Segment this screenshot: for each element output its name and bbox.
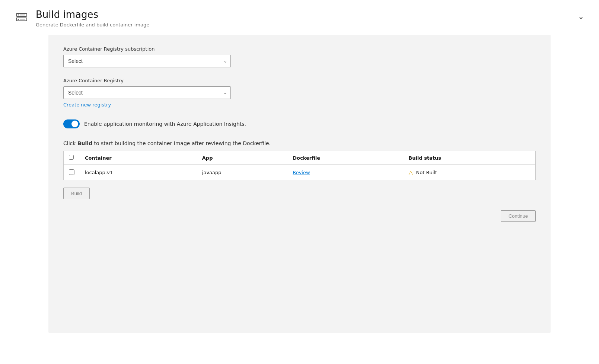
header-text: Build images Generate Dockerfile and bui… — [36, 9, 149, 28]
action-row: Build — [63, 188, 536, 199]
warning-icon: △ — [408, 169, 413, 176]
status-text: Not Built — [416, 170, 437, 175]
registry-section: Azure Container Registry Select ⌄ Create… — [63, 78, 536, 108]
row-checkbox[interactable] — [69, 169, 74, 175]
continue-button[interactable]: Continue — [501, 210, 536, 222]
table-header-container: Container — [80, 151, 197, 165]
row-app: javaapp — [197, 165, 287, 180]
registry-label: Azure Container Registry — [63, 78, 536, 83]
subscription-select[interactable]: Select — [63, 55, 231, 67]
toggle-section: Enable application monitoring with Azure… — [63, 119, 536, 128]
page-subtitle: Generate Dockerfile and build container … — [36, 22, 149, 28]
table-header-app: App — [197, 151, 287, 165]
row-container: localapp:v1 — [80, 165, 197, 180]
app-insights-toggle[interactable] — [63, 119, 80, 128]
build-table: Container App Dockerfile Build status lo… — [63, 151, 536, 180]
svg-rect-5 — [20, 19, 25, 20]
collapse-button[interactable]: ⌄ — [578, 12, 584, 21]
toggle-label: Enable application monitoring with Azure… — [84, 121, 246, 127]
svg-point-2 — [18, 15, 19, 16]
table-header-build-status: Build status — [403, 151, 535, 165]
instruction-suffix: to start building the container image af… — [92, 140, 271, 146]
subscription-select-wrapper: Select ⌄ — [63, 55, 231, 67]
row-build-status: △ Not Built — [403, 165, 535, 180]
table-header-row: Container App Dockerfile Build status — [64, 151, 536, 165]
table-header-dockerfile: Dockerfile — [287, 151, 403, 165]
row-dockerfile: Review — [287, 165, 403, 180]
create-registry-link[interactable]: Create new registry — [63, 102, 111, 108]
status-not-built: △ Not Built — [408, 169, 530, 176]
page-title: Build images — [36, 9, 149, 20]
subscription-label: Azure Container Registry subscription — [63, 46, 536, 52]
instruction-text: Click Build to start building the contai… — [63, 140, 536, 146]
instruction-prefix: Click — [63, 140, 77, 146]
toggle-track — [63, 119, 80, 128]
subscription-section: Azure Container Registry subscription Se… — [63, 46, 536, 67]
build-button[interactable]: Build — [63, 188, 90, 199]
instruction-bold: Build — [77, 140, 92, 146]
toggle-thumb — [71, 121, 78, 127]
footer-row: Continue — [63, 210, 536, 222]
page-header: Build images Generate Dockerfile and bui… — [0, 0, 599, 35]
review-link[interactable]: Review — [293, 170, 310, 175]
registry-select-wrapper: Select ⌄ — [63, 86, 231, 99]
main-panel: Azure Container Registry subscription Se… — [48, 35, 551, 333]
row-checkbox-cell — [64, 165, 80, 180]
table-header-checkbox — [64, 151, 80, 165]
svg-point-3 — [18, 19, 19, 20]
registry-select[interactable]: Select — [63, 86, 231, 99]
header-left: Build images Generate Dockerfile and bui… — [15, 9, 149, 28]
server-icon — [15, 10, 28, 25]
svg-rect-4 — [20, 15, 25, 16]
table-row: localapp:v1 javaapp Review △ Not Built — [64, 165, 536, 180]
select-all-checkbox[interactable] — [69, 155, 74, 160]
